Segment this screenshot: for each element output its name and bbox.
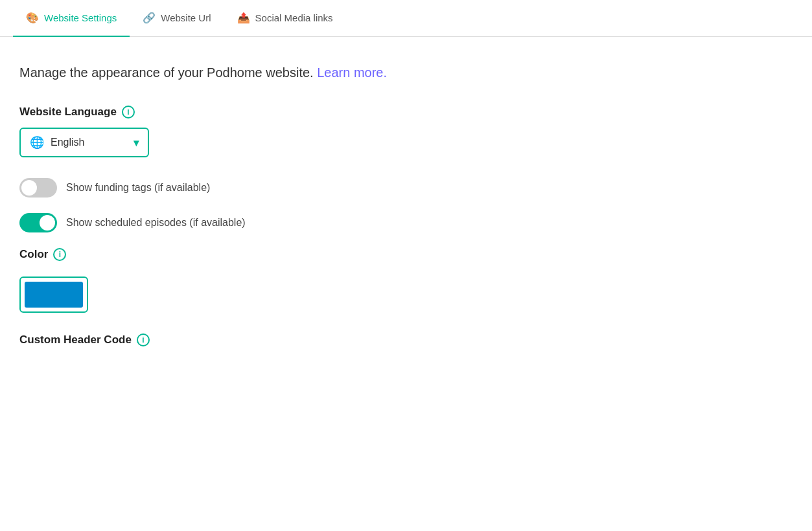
custom-header-code-text: Custom Header Code (19, 333, 132, 346)
color-swatch (25, 282, 83, 308)
funding-tags-toggle-row: Show funding tags (if available) (19, 178, 564, 198)
color-label: Color i (19, 248, 564, 261)
funding-tags-toggle[interactable] (19, 178, 57, 198)
description-static-text: Manage the appearance of your Podhome we… (19, 65, 314, 80)
palette-icon: 🎨 (26, 12, 39, 24)
share-icon: 📤 (237, 12, 250, 24)
tab-social-media-links-label: Social Media links (255, 12, 333, 23)
custom-header-code-section: Custom Header Code i (19, 333, 564, 346)
tab-website-url-label: Website Url (161, 12, 211, 23)
funding-tags-slider (19, 178, 57, 198)
scheduled-episodes-label: Show scheduled episodes (if available) (66, 217, 246, 229)
tabs-bar: 🎨 Website Settings 🔗 Website Url 📤 Socia… (0, 0, 812, 37)
chevron-down-icon: ▾ (133, 137, 139, 149)
language-select-dropdown[interactable]: 🌐 English ▾ (19, 128, 149, 157)
tab-website-settings[interactable]: 🎨 Website Settings (13, 0, 130, 37)
main-content: Manage the appearance of your Podhome we… (0, 37, 583, 372)
globe-icon: 🌐 (30, 135, 44, 150)
tab-social-media-links[interactable]: 📤 Social Media links (224, 0, 346, 37)
color-info-icon[interactable]: i (53, 248, 66, 261)
description-text: Manage the appearance of your Podhome we… (19, 63, 564, 82)
website-language-label: Website Language i (19, 106, 564, 119)
website-language-text: Website Language (19, 106, 117, 119)
scheduled-episodes-slider (19, 213, 57, 232)
custom-header-code-info-icon[interactable]: i (137, 333, 150, 346)
color-text: Color (19, 248, 48, 261)
link-icon: 🔗 (143, 12, 156, 24)
language-selected-value: English (51, 137, 127, 148)
funding-tags-label: Show funding tags (if available) (66, 182, 210, 194)
website-language-info-icon[interactable]: i (122, 106, 135, 119)
color-swatch-picker[interactable] (19, 277, 88, 313)
learn-more-link[interactable]: Learn more. (317, 65, 387, 80)
tab-website-url[interactable]: 🔗 Website Url (130, 0, 224, 37)
color-section: Color i (19, 248, 564, 315)
scheduled-episodes-toggle[interactable] (19, 213, 57, 232)
scheduled-episodes-toggle-row: Show scheduled episodes (if available) (19, 213, 564, 232)
tab-website-settings-label: Website Settings (44, 12, 117, 23)
